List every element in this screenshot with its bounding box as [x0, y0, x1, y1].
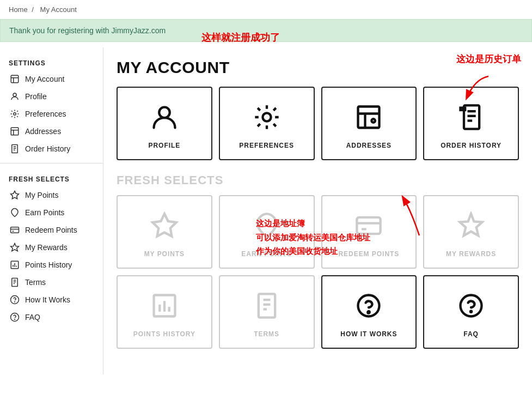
fresh-card-grid-row1: MY POINTS EARN POINTS: [117, 195, 519, 269]
sidebar-label-addresses: Addresses: [25, 127, 61, 136]
breadcrumb-home[interactable]: Home: [9, 5, 28, 14]
card-label-my-points: MY POINTS: [144, 250, 185, 258]
star-icon-sidebar: [9, 190, 21, 200]
card-label-terms: TERMS: [254, 330, 279, 338]
faq-card-icon: [457, 292, 485, 324]
card-order-history[interactable]: ORDER HISTORY: [423, 87, 519, 160]
sidebar-label-earn-points: Earn Points: [25, 208, 64, 217]
profile-icon: [9, 92, 21, 101]
sidebar-item-my-rewards[interactable]: My Rewards: [0, 239, 103, 256]
points-history-card-icon: [150, 292, 179, 324]
addresses-icon: [9, 126, 21, 136]
sidebar-item-preferences[interactable]: Preferences: [0, 105, 103, 123]
svg-rect-31: [358, 107, 380, 128]
sidebar-label-how-it-works: How It Works: [25, 295, 70, 304]
sidebar-label-my-account: My Account: [25, 75, 64, 83]
svg-point-34: [372, 119, 376, 123]
terms-icon-sidebar: [9, 277, 21, 287]
points-history-icon-sidebar: [9, 260, 21, 270]
card-my-rewards: MY REWARDS: [423, 195, 519, 269]
card-label-order-history: ORDER HISTORY: [441, 142, 502, 149]
breadcrumb-current: My Account: [40, 5, 77, 14]
sidebar-label-points-history: Points History: [25, 260, 72, 269]
order-history-card-icon: [457, 103, 485, 135]
sidebar-label-redeem-points: Redeem Points: [25, 226, 77, 234]
my-points-card-icon: [150, 211, 179, 244]
sidebar-label-my-rewards: My Rewards: [25, 243, 68, 252]
redeem-points-card-icon: [354, 211, 383, 244]
sidebar-label-faq: FAQ: [25, 313, 40, 322]
card-label-points-history: POINTS HISTORY: [133, 330, 195, 338]
rewards-icon-sidebar: [9, 243, 21, 252]
svg-marker-16: [11, 244, 19, 251]
sidebar-label-my-points: My Points: [25, 191, 58, 199]
preferences-icon: [9, 109, 21, 119]
card-addresses[interactable]: ADDRESSES: [321, 87, 417, 160]
card-label-profile: PROFILE: [149, 142, 181, 149]
preferences-card-icon: [253, 103, 281, 135]
card-label-how-it-works: HOW IT WORKS: [340, 330, 397, 338]
sidebar-item-redeem-points[interactable]: Redeem Points: [0, 221, 103, 239]
sidebar-item-how-it-works[interactable]: How It Works: [0, 291, 103, 308]
sidebar-item-my-account[interactable]: My Account: [0, 70, 103, 88]
fresh-card-grid-row2: POINTS HISTORY TERMS: [117, 275, 519, 349]
sidebar-item-order-history[interactable]: Order History: [0, 140, 103, 157]
my-rewards-card-icon: [457, 211, 485, 244]
svg-point-54: [368, 311, 370, 313]
fresh-selects-title: FRESH SELECTS: [117, 173, 519, 187]
page-title: MY ACCOUNT: [117, 58, 519, 77]
main-content: MY ACCOUNT 这边是历史订单: [103, 47, 532, 374]
fresh-selects-section-title: FRESH SELECTS: [0, 169, 103, 186]
card-my-points: MY POINTS: [117, 195, 212, 269]
success-banner: Thank you for registering with JimmyJazz…: [0, 19, 532, 42]
card-points-history: POINTS HISTORY: [117, 275, 212, 349]
sidebar-item-my-points[interactable]: My Points: [0, 186, 103, 204]
earn-icon-sidebar: [9, 208, 21, 217]
card-label-faq: FAQ: [463, 330, 479, 338]
sidebar-item-faq[interactable]: FAQ: [0, 308, 103, 326]
settings-section-title: SETTINGS: [0, 53, 103, 70]
sidebar-item-points-history[interactable]: Points History: [0, 256, 103, 274]
sidebar-item-terms[interactable]: Terms: [0, 274, 103, 291]
sidebar-label-order-history: Order History: [25, 144, 70, 153]
card-redeem-points: REDEEM POINTS: [321, 195, 417, 269]
card-label-addresses: ADDRESSES: [346, 142, 392, 149]
redeem-icon-sidebar: [9, 225, 21, 235]
svg-rect-39: [461, 108, 466, 110]
svg-point-29: [159, 107, 170, 118]
sidebar-label-preferences: Preferences: [25, 110, 66, 118]
card-label-my-rewards: MY REWARDS: [446, 250, 496, 258]
sidebar: SETTINGS My Account Profile: [0, 47, 103, 374]
card-label-redeem-points: REDEEM POINTS: [338, 250, 399, 258]
svg-point-26: [15, 301, 15, 302]
profile-card-icon: [150, 103, 179, 135]
account-card-grid: PROFILE PREFERENCES: [117, 87, 519, 160]
svg-point-30: [262, 113, 271, 121]
breadcrumb-separator: /: [32, 5, 34, 14]
layout: SETTINGS My Account Profile: [0, 47, 532, 374]
svg-rect-5: [11, 128, 19, 135]
svg-point-4: [14, 113, 16, 116]
card-preferences[interactable]: PREFERENCES: [219, 87, 315, 160]
svg-marker-44: [460, 214, 482, 235]
card-earn-points: EARN POINTS: [219, 195, 315, 269]
svg-rect-41: [357, 217, 381, 234]
sidebar-divider-1: [0, 163, 103, 163]
how-icon-sidebar: [9, 295, 21, 305]
card-terms: TERMS: [219, 275, 315, 349]
svg-marker-12: [11, 191, 19, 199]
sidebar-item-addresses[interactable]: Addresses: [0, 123, 103, 140]
svg-marker-40: [152, 214, 176, 236]
faq-icon-sidebar: [9, 312, 21, 322]
sidebar-label-profile: Profile: [25, 92, 47, 101]
sidebar-item-profile[interactable]: Profile: [0, 88, 103, 105]
card-profile[interactable]: PROFILE: [117, 87, 212, 160]
card-how-it-works[interactable]: HOW IT WORKS: [321, 275, 417, 349]
sidebar-label-terms: Terms: [25, 278, 46, 287]
svg-rect-0: [11, 75, 19, 83]
earn-points-card-icon: [253, 211, 281, 244]
card-label-preferences: PREFERENCES: [239, 142, 294, 149]
addresses-card-icon: [354, 103, 383, 135]
card-faq[interactable]: FAQ: [423, 275, 519, 349]
sidebar-item-earn-points[interactable]: Earn Points: [0, 204, 103, 221]
